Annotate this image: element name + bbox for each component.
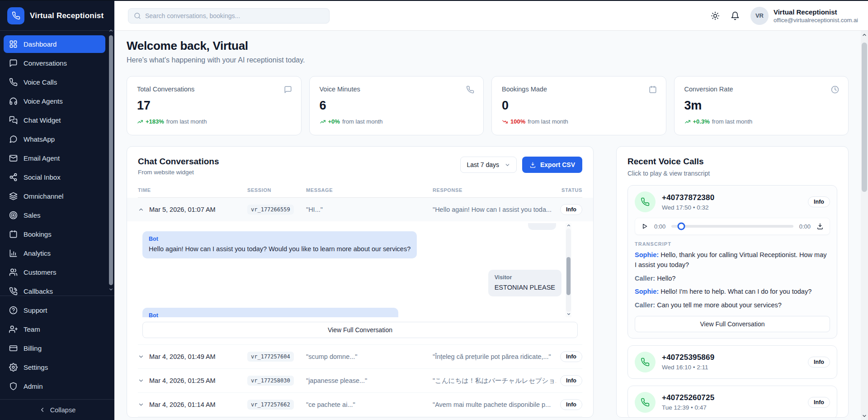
table-row[interactable]: Mar 4, 2026, 01:49 AM vr_177257604 "scum… [138, 344, 582, 369]
search-input[interactable] [145, 12, 324, 19]
table-row[interactable]: Mar 5, 2026, 01:07 AM vr_177266559 "HI..… [138, 198, 582, 221]
scroll-up-icon[interactable] [566, 223, 571, 229]
sidebar-item-conversations[interactable]: Conversations [4, 54, 105, 72]
sender-label: Visitor [495, 274, 555, 281]
info-badge[interactable]: Info [560, 399, 582, 410]
chat-panel-title: Chat Conversations [138, 157, 219, 167]
sidebar-item-voice-agents[interactable]: Voice Agents [4, 92, 105, 110]
sidebar-item-label: Billing [24, 344, 42, 352]
transcript-label: TRANSCRIPT [635, 241, 830, 247]
user-menu[interactable]: VR Virtual Receptionist office@virtualre… [750, 7, 858, 25]
stat-value: 6 [320, 99, 474, 113]
conversation-scroll-area[interactable]: Bot Hello again! How can I assist you to… [142, 223, 578, 317]
sidebar-item-customers[interactable]: Customers [4, 263, 105, 281]
voice-call-item[interactable]: +40725395869 Wed 16:10 • 2:11 Info [627, 345, 837, 379]
sidebar-item-team[interactable]: Team [4, 320, 105, 338]
collapse-sidebar-button[interactable]: Collapse [0, 399, 114, 420]
phone-icon [466, 86, 474, 94]
date-range-select[interactable]: Last 7 days [460, 157, 517, 173]
conversation-scrollbar[interactable] [566, 223, 571, 317]
sidebar-item-email-agent[interactable]: Email Agent [4, 149, 105, 167]
recent-voice-calls-panel: Recent Voice Calls Click to play & view … [616, 146, 849, 418]
scroll-up-icon[interactable] [108, 28, 113, 33]
sidebar-item-bookings[interactable]: Bookings [4, 225, 105, 243]
sidebar-item-label: Bookings [24, 230, 52, 238]
speaker-name: Caller: [635, 301, 655, 309]
user-email: office@virtualreceptionist.com.ai [774, 17, 858, 24]
row-time: Mar 5, 2026, 01:07 AM [149, 206, 216, 213]
sidebar-item-voice-calls[interactable]: Voice Calls [4, 73, 105, 91]
messages-square-icon [9, 116, 18, 124]
download-icon[interactable] [816, 223, 824, 230]
scrollbar-track[interactable] [566, 229, 571, 312]
phone-incoming-icon [635, 392, 656, 413]
audio-player: 0:00 0:00 [635, 218, 830, 235]
sidebar-item-chat-widget[interactable]: Chat Widget [4, 111, 105, 129]
info-badge[interactable]: Info [560, 375, 582, 386]
row-message: "HI..." [306, 206, 433, 213]
call-number: +40737872380 [662, 193, 714, 202]
search-icon [134, 12, 141, 19]
scrollbar-track[interactable] [861, 40, 868, 412]
sidebar-item-label: Voice Agents [24, 97, 63, 105]
message-text: ESTONIAN PLEASE [495, 283, 555, 292]
conversation-preview: Bot Hello again! How can I assist you to… [138, 221, 582, 344]
scroll-down-icon[interactable] [862, 413, 867, 420]
chevron-down-icon[interactable] [138, 401, 144, 408]
visitor-message-bubble: Visitor ESTONIAN PLEASE [488, 270, 561, 297]
scrollbar-thumb[interactable] [566, 257, 571, 296]
info-badge[interactable]: Info [808, 196, 830, 207]
scroll-up-icon[interactable] [862, 32, 867, 38]
global-search[interactable] [128, 8, 330, 24]
transcript-text: Can you tell me more about your services… [657, 301, 782, 309]
col-response: Response [433, 187, 556, 193]
sidebar-scrollbar-thumb[interactable] [109, 35, 113, 285]
slider-thumb[interactable] [677, 223, 685, 230]
view-full-conversation-button[interactable]: View Full Conversation [635, 316, 830, 332]
sidebar-item-admin[interactable]: Admin [4, 377, 105, 395]
info-badge[interactable]: Info [560, 204, 582, 215]
scroll-down-icon[interactable] [566, 312, 571, 317]
table-row[interactable]: Mar 4, 2026, 01:25 AM vr_177258030 "japa… [138, 369, 582, 393]
scrollbar-thumb[interactable] [862, 43, 867, 192]
seek-slider[interactable] [671, 225, 793, 228]
scroll-down-icon[interactable] [108, 287, 113, 292]
table-header: Time Session Message Response Status [138, 184, 582, 198]
voice-call-item[interactable]: +40725260725 Tue 12:39 • 0:47 Info [627, 386, 837, 418]
info-badge[interactable]: Info [808, 397, 830, 408]
sidebar-item-dashboard[interactable]: Dashboard [4, 35, 105, 53]
view-full-conversation-button[interactable]: View Full Conversation [142, 322, 578, 338]
info-badge[interactable]: Info [560, 351, 582, 362]
sidebar-nav: Dashboard Conversations Voice Calls Voic… [0, 31, 114, 296]
sidebar-item-analytics[interactable]: Analytics [4, 244, 105, 262]
theme-toggle-sun-icon[interactable] [711, 11, 720, 20]
stat-trend: 100% from last month [502, 118, 656, 125]
chevron-down-icon[interactable] [138, 377, 144, 384]
sidebar-item-social-inbox[interactable]: Social Inbox [4, 168, 105, 186]
chevron-down-icon[interactable] [138, 353, 144, 360]
gear-icon [9, 363, 18, 372]
sidebar-scrollbar[interactable] [108, 28, 114, 292]
page-scrollbar[interactable] [861, 31, 868, 420]
sidebar-item-billing[interactable]: Billing [4, 339, 105, 357]
sidebar-item-label: Omnichannel [24, 192, 63, 200]
voice-panel-subtitle: Click to play & view transcript [627, 170, 837, 177]
info-badge[interactable]: Info [808, 357, 830, 368]
speaker-name: Caller: [635, 275, 655, 282]
sidebar-item-support[interactable]: Support [4, 301, 105, 319]
stat-label: Conversion Rate [684, 86, 839, 93]
chevron-up-icon[interactable] [138, 206, 144, 213]
notifications-bell-icon[interactable] [731, 11, 740, 20]
col-message: Message [306, 187, 433, 193]
sidebar-item-label: Admin [24, 382, 43, 390]
sidebar-item-settings[interactable]: Settings [4, 358, 105, 376]
export-csv-button[interactable]: Export CSV [522, 157, 582, 173]
calendar-icon [649, 86, 657, 94]
sidebar-item-omnichannel[interactable]: Omnichannel [4, 187, 105, 205]
voice-call-item[interactable]: +40737872380 Wed 17:50 • 0:32 Info 0:00 … [627, 185, 837, 339]
play-icon[interactable] [641, 223, 648, 230]
sidebar-item-callbacks[interactable]: Callbacks [4, 282, 105, 296]
table-row[interactable]: Mar 4, 2026, 01:14 AM vr_177257662 "ce p… [138, 393, 582, 417]
sidebar-item-sales[interactable]: Sales [4, 206, 105, 224]
sidebar-item-whatsapp[interactable]: WhatsApp [4, 130, 105, 148]
